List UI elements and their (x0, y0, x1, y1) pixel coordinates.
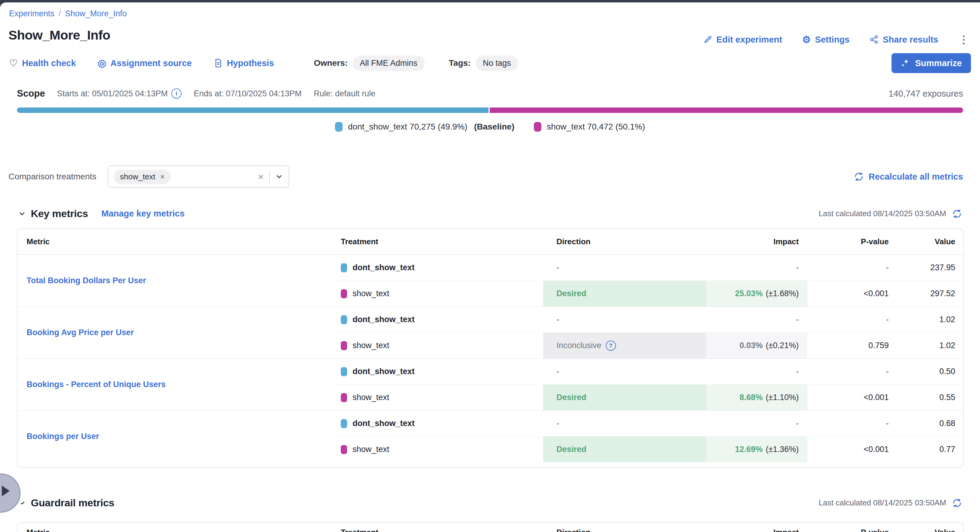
guardrail-last-calculated: Last calculated 08/14/2025 03:50AM (819, 498, 946, 508)
key-metrics-title: Key metrics (31, 208, 88, 219)
treatments-select[interactable]: show_text × × (108, 165, 289, 188)
share-results-button[interactable]: Share results (869, 35, 938, 45)
health-check-label: Health check (22, 58, 76, 68)
sidebar-expand-handle[interactable] (0, 473, 21, 513)
pvalue: - (886, 419, 889, 428)
col-direction: Direction (543, 528, 706, 532)
treatment-swatch (341, 341, 347, 350)
impact-ci: (±1.36%) (766, 445, 799, 454)
document-icon (213, 59, 223, 68)
treatment-swatch (341, 263, 347, 272)
guardrail-metrics-title: Guardrail metrics (31, 497, 114, 509)
refresh-icon (854, 172, 864, 181)
hypothesis-label: Hypothesis (227, 58, 274, 68)
owners-pill[interactable]: All FME Admins (353, 56, 425, 71)
share-results-label: Share results (883, 35, 938, 45)
breadcrumb-current[interactable]: Show_More_Info (65, 9, 127, 18)
chevron-down-icon[interactable] (275, 173, 283, 181)
breadcrumb: Experiments / Show_More_Info (9, 9, 127, 18)
treatment-swatch (341, 289, 347, 298)
col-pvalue: P-value (807, 528, 892, 532)
key-metrics-card: Metric Treatment Direction Impact P-valu… (17, 228, 964, 468)
metric-value: 1.02 (939, 315, 955, 324)
legend-comparison: show_text 70,472 (50.1%) (534, 122, 645, 132)
impact-value: - (796, 367, 799, 376)
key-metrics-header: Key metrics Manage key metrics Last calc… (18, 208, 962, 219)
collapse-chevron-icon[interactable] (18, 210, 26, 218)
metric-group: Booking Avg Price per User dont_show_tex… (18, 306, 963, 358)
col-metric: Metric (18, 237, 332, 246)
chip-close-icon[interactable]: × (160, 172, 165, 181)
metric-link[interactable]: Bookings - Percent of Unique Users (27, 380, 166, 389)
sparkles-icon (900, 58, 910, 68)
recalculate-all-metrics-button[interactable]: Recalculate all metrics (854, 172, 963, 182)
direction-value: - (557, 263, 559, 272)
metric-link[interactable]: Total Booking Dollars Per User (27, 276, 146, 285)
tags: Tags: No tags (449, 56, 519, 71)
metric-value: 237.95 (930, 263, 955, 272)
treatment-name: dont_show_text (353, 315, 415, 324)
treatment-swatch (341, 367, 347, 376)
guardrail-refresh-button[interactable] (952, 498, 962, 508)
treatment-name: dont_show_text (353, 419, 415, 428)
assignment-source-label: Assignment source (111, 58, 192, 68)
expand-arrow-icon (2, 486, 10, 496)
treatment-swatch (341, 419, 347, 428)
baseline-row: dont_show_text - - - 0.50 (332, 359, 963, 384)
health-check-link[interactable]: ♡ Health check (9, 58, 76, 68)
manage-key-metrics-link[interactable]: Manage key metrics (101, 209, 185, 219)
breadcrumb-separator: / (59, 9, 61, 18)
col-impact: Impact (706, 237, 807, 246)
treatment-name: show_text (353, 445, 390, 454)
col-direction: Direction (543, 237, 706, 246)
distribution-legend: dont_show_text 70,275 (49.9%) (Baseline)… (17, 122, 963, 132)
comparison-swatch (534, 122, 541, 132)
info-icon[interactable]: i (171, 89, 181, 99)
edit-experiment-button[interactable]: Edit experiment (703, 35, 783, 45)
select-clear-icon[interactable]: × (258, 172, 264, 182)
impact-value: - (796, 315, 799, 324)
scope-section: Scope Starts at: 05/01/2025 04:13PM i En… (17, 88, 963, 132)
impact-ci: (±0.21%) (766, 341, 799, 350)
pvalue: - (886, 315, 889, 324)
metric-link[interactable]: Booking Avg Price per User (27, 328, 134, 337)
breadcrumb-experiments[interactable]: Experiments (9, 9, 54, 18)
overflow-menu-button[interactable]: ⋮ (958, 34, 969, 45)
col-metric: Metric (18, 528, 332, 532)
owners: Owners: All FME Admins (314, 56, 425, 71)
owners-label: Owners: (314, 58, 348, 68)
treatment-name: dont_show_text (353, 367, 415, 376)
col-value: Value (892, 528, 963, 532)
pvalue: <0.001 (864, 393, 889, 402)
collapse-chevron-icon[interactable] (18, 499, 26, 507)
edit-experiment-label: Edit experiment (717, 35, 783, 45)
tags-pill[interactable]: No tags (476, 56, 518, 71)
experiment-page: Experiments / Show_More_Info Show_More_I… (0, 2, 980, 532)
hypothesis-link[interactable]: Hypothesis (213, 58, 274, 68)
impact-ci: (±1.10%) (766, 393, 799, 402)
key-last-calculated: Last calculated 08/14/2025 03:50AM (819, 209, 946, 218)
table-header: Metric Treatment Direction Impact P-valu… (18, 523, 963, 532)
summarize-label: Summarize (915, 58, 962, 68)
direction-value: Desired (557, 445, 586, 454)
metric-link[interactable]: Bookings per User (27, 432, 99, 441)
pvalue: <0.001 (864, 445, 889, 454)
settings-button[interactable]: ⚙ Settings (802, 34, 850, 45)
gear-icon: ⚙ (802, 34, 811, 45)
impact-value: - (796, 263, 799, 272)
guardrail-metrics-header: Guardrail metrics Last calculated 08/14/… (18, 497, 962, 509)
pvalue: - (886, 263, 889, 272)
treatment-chip[interactable]: show_text × (114, 170, 171, 184)
metric-value: 0.55 (939, 393, 955, 402)
comparison-segment (490, 108, 963, 113)
treatment-chip-label: show_text (120, 172, 155, 181)
treatment-swatch (341, 315, 347, 324)
key-refresh-button[interactable] (952, 209, 962, 219)
summarize-button[interactable]: Summarize (891, 53, 971, 73)
pvalue: - (886, 367, 889, 376)
pencil-icon (703, 35, 712, 44)
metric-value: 297.52 (930, 289, 955, 298)
help-icon[interactable]: ? (606, 341, 616, 351)
assignment-source-link[interactable]: ◎ Assignment source (98, 58, 192, 68)
metric-group: Bookings - Percent of Unique Users dont_… (18, 358, 963, 410)
